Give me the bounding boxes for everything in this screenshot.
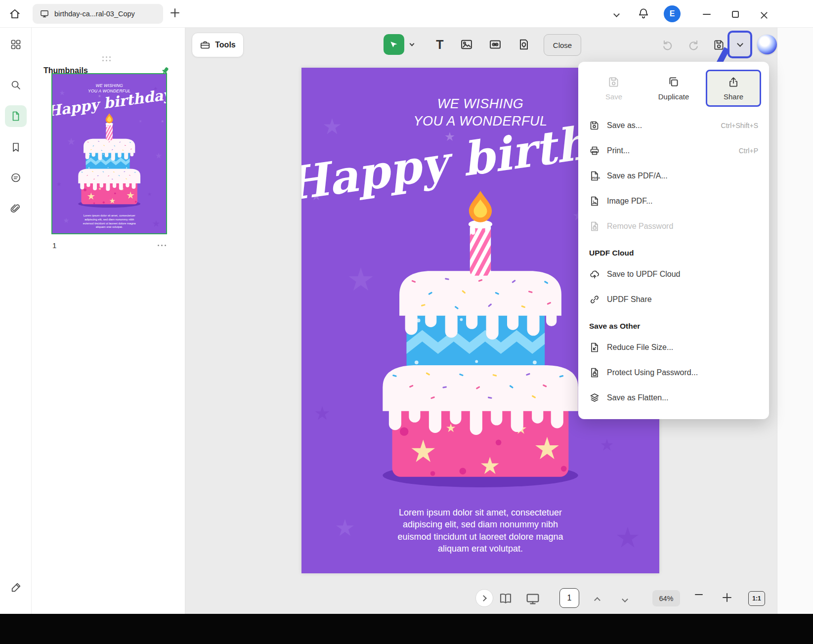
- redo-button[interactable]: [687, 39, 700, 51]
- birthday-cake-illustration: [347, 185, 614, 494]
- save-share-menu: Save Duplicate Share Save as... Ctrl+Shi…: [578, 62, 769, 419]
- document-tab[interactable]: birthday-ca...ral-03_Copy: [33, 4, 163, 24]
- card-preview: WE WISHING YOU A WONDERFUL Happy birthda…: [52, 74, 166, 234]
- menu-item-save-to-updf-cloud[interactable]: Save to UPDF Cloud: [578, 261, 769, 287]
- page-layout-button[interactable]: [498, 591, 513, 606]
- panel-grip[interactable]: [102, 56, 111, 62]
- comments-button[interactable]: [5, 167, 27, 189]
- chevron-up-icon: [594, 597, 600, 603]
- bookmarks-button[interactable]: [5, 136, 27, 158]
- close-document-button[interactable]: Close: [544, 34, 581, 56]
- link-tool-button[interactable]: [488, 38, 502, 51]
- thumbnails-panel-button[interactable]: [5, 105, 27, 127]
- maximize-icon: [732, 11, 739, 18]
- share-icon: [727, 76, 740, 88]
- menu-item-reduce-file-size[interactable]: Reduce File Size...: [578, 335, 769, 360]
- svg-text:PDF/A: PDF/A: [592, 176, 600, 179]
- close-window-button[interactable]: [757, 9, 771, 22]
- select-tool-dropdown[interactable]: [407, 40, 416, 49]
- home-button[interactable]: [7, 6, 23, 22]
- avatar[interactable]: E: [664, 5, 681, 22]
- thumbnail-more-button[interactable]: [158, 245, 167, 247]
- zoom-out-button[interactable]: [695, 594, 703, 595]
- chevron-down-icon: [622, 596, 628, 602]
- menu-item-print[interactable]: Print... Ctrl+P: [578, 138, 769, 163]
- menu-item-save-as-flatten[interactable]: Save as Flatten...: [578, 385, 769, 410]
- menu-share-label: Share: [724, 92, 743, 101]
- menu-item-updf-share[interactable]: UPDF Share: [578, 287, 769, 312]
- attachments-button[interactable]: [5, 198, 27, 220]
- page-thumbnail[interactable]: WE WISHING YOU A WONDERFUL Happy birthda…: [51, 73, 167, 234]
- save-as-icon: [589, 120, 600, 131]
- menu-save-button[interactable]: Save: [586, 70, 642, 107]
- menu-item-remove-password[interactable]: Remove Password: [578, 214, 769, 239]
- menu-duplicate-label: Duplicate: [658, 92, 689, 101]
- tools-label: Tools: [215, 41, 235, 49]
- menu-item-save-as-pdfa[interactable]: PDF/A Save as PDF/A...: [578, 163, 769, 188]
- zoom-in-icon: [723, 593, 731, 602]
- zoom-in-button[interactable]: [723, 593, 731, 602]
- text-tool-button[interactable]: T: [431, 36, 449, 53]
- shortcut: Ctrl+P: [739, 147, 758, 155]
- home-icon: [8, 7, 21, 20]
- avatar-initial: E: [670, 9, 675, 18]
- bottom-black-strip: [0, 614, 813, 644]
- thumbnails-panel: Thumbnails WE WISHING: [32, 28, 185, 614]
- apps-grid-icon: [10, 39, 22, 50]
- menu-duplicate-button[interactable]: Duplicate: [646, 70, 701, 107]
- menu-section-save-as-other: Save as Other: [578, 312, 769, 335]
- tools-icon: [200, 40, 211, 50]
- signature-button[interactable]: [5, 576, 27, 598]
- signature-icon: [10, 581, 22, 594]
- spread-icon: [498, 591, 513, 606]
- apps-grid-button[interactable]: [5, 34, 27, 55]
- titlebar-dropdown-button[interactable]: [610, 10, 623, 20]
- bell-icon: [637, 7, 650, 20]
- ratio-value: 1:1: [752, 595, 761, 602]
- next-page-button[interactable]: [619, 594, 631, 606]
- thumbnails-icon: [10, 110, 22, 122]
- card-body-text: Lorem ipsum dolor sit amet, consectetuer…: [82, 214, 136, 229]
- expand-panel-button[interactable]: [475, 589, 493, 607]
- link-tool-icon: [488, 38, 502, 51]
- undo-icon: [661, 39, 674, 51]
- zoom-level[interactable]: 64%: [652, 590, 680, 606]
- search-icon: [10, 79, 22, 91]
- image-pdf-icon: [589, 196, 600, 207]
- image-tool-button[interactable]: [460, 38, 473, 51]
- protect-icon: [589, 367, 600, 378]
- tools-button[interactable]: Tools: [192, 33, 244, 57]
- minimize-button[interactable]: [700, 8, 714, 21]
- page-mark-tool-button[interactable]: [517, 38, 531, 51]
- notifications-button[interactable]: [637, 7, 650, 20]
- close-icon: [760, 11, 768, 19]
- cloud-icon: [589, 269, 600, 280]
- menu-item-protect-using-password[interactable]: Protect Using Password...: [578, 360, 769, 385]
- slideshow-button[interactable]: [525, 591, 541, 607]
- page-number-input[interactable]: 1: [559, 588, 579, 608]
- menu-item-save-as[interactable]: Save as... Ctrl+Shift+S: [578, 113, 769, 138]
- text-tool-icon: T: [436, 38, 443, 52]
- select-tool-button[interactable]: [384, 34, 404, 55]
- plus-icon: [171, 8, 179, 17]
- updf-share-icon: [589, 294, 600, 305]
- undo-button[interactable]: [661, 39, 674, 51]
- birthday-cake-illustration: [67, 112, 152, 210]
- right-panel-strip: [777, 28, 813, 614]
- pdfa-icon: PDF/A: [589, 171, 600, 181]
- ai-assistant-icon[interactable]: [757, 35, 777, 54]
- menu-item-image-pdf[interactable]: Image PDF...: [578, 188, 769, 214]
- duplicate-icon: [667, 76, 680, 88]
- previous-page-button[interactable]: [591, 593, 603, 605]
- search-button[interactable]: [5, 74, 27, 96]
- save-icon: [607, 76, 620, 88]
- attachment-icon: [10, 203, 22, 215]
- actual-size-button[interactable]: 1:1: [748, 591, 765, 606]
- zoom-value: 64%: [659, 595, 673, 602]
- maximize-button[interactable]: [728, 8, 742, 21]
- new-tab-button[interactable]: [171, 8, 179, 17]
- menu-share-button[interactable]: Share: [706, 70, 761, 107]
- more-icon: [158, 245, 160, 247]
- chevron-down-icon: [737, 41, 743, 47]
- image-tool-icon: [460, 38, 473, 51]
